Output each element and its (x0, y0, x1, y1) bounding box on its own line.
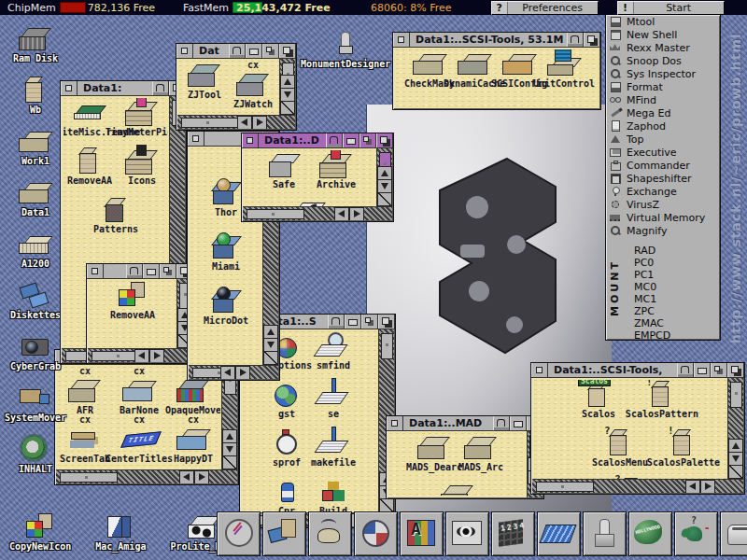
scroll-left-arrow[interactable] (237, 116, 252, 129)
lock-gadget[interactable] (326, 133, 343, 147)
scroll-right-arrow[interactable] (149, 349, 164, 362)
icon-archive[interactable]: Archive (310, 150, 362, 199)
icon-safe[interactable]: Safe (258, 150, 310, 199)
menu-item-magnify[interactable]: Magnify (606, 224, 720, 237)
zoom-gadget[interactable] (711, 363, 727, 377)
menu-item-shapeshifter[interactable]: Shapeshifter (606, 172, 720, 185)
desktop-icon-data1[interactable]: Data1 (7, 178, 63, 217)
icon-sprof[interactable]: sprof (263, 428, 310, 477)
resize-gadget[interactable] (280, 101, 295, 115)
desktop-icon-wb[interactable]: Wb (7, 76, 63, 115)
icon-unitcontrol[interactable]: UnitControl (542, 49, 586, 98)
menu-item-mfind[interactable]: MFind (606, 93, 720, 106)
close-gadget[interactable] (531, 363, 548, 377)
iconify-gadget[interactable] (345, 315, 361, 329)
desktop-icon-cybergrab[interactable]: CyberGrab (7, 332, 63, 371)
scroll-up-arrow[interactable] (377, 166, 392, 180)
icon-checkmask[interactable]: CheckMask (407, 49, 452, 98)
icon-build[interactable]: Build (310, 477, 357, 512)
dock-hollywood-button[interactable]: HOLLYWOOD (628, 511, 672, 556)
hscroll-knob[interactable] (536, 482, 594, 492)
icon-barnone[interactable]: cxBarNone (112, 367, 166, 415)
icon-zjwatch[interactable]: cxZJWatch (229, 61, 277, 109)
dock-mouse-button[interactable] (308, 511, 352, 556)
lock-gadget[interactable] (677, 363, 694, 377)
scroll-up-arrow[interactable] (728, 439, 743, 453)
mount-item-zpc[interactable]: ZPC (623, 305, 720, 317)
resize-gadget[interactable] (263, 351, 278, 365)
icon-happydt[interactable]: cxHappyDT (166, 415, 220, 464)
scroll-up-arrow[interactable] (222, 429, 237, 443)
dock-clock-button[interactable] (217, 511, 261, 556)
mount-item-zmac[interactable]: ZMAC (623, 317, 720, 329)
scroll-right-arrow[interactable] (235, 366, 250, 379)
mount-item-mc1[interactable]: MC1 (623, 293, 720, 305)
titlebar[interactable]: Data1:..SCSI-Tools, (531, 363, 744, 378)
zoom-gadget[interactable] (361, 315, 378, 329)
desktop-icon-mac-amiga[interactable]: Mac_Amiga (95, 512, 146, 552)
icon-se[interactable]: se (310, 380, 357, 428)
resize-gadget[interactable] (728, 465, 743, 479)
menu-item-rexx-master[interactable]: Rexx Master (606, 41, 720, 54)
menu-item-snoop-dos[interactable]: Snoop Dos (606, 54, 720, 67)
lock-gadget[interactable] (152, 81, 169, 95)
scroll-down-arrow[interactable] (280, 88, 295, 102)
mount-item-pc1[interactable]: PC1 (623, 269, 720, 281)
resize-gadget[interactable] (379, 498, 394, 512)
desktop-icon-diskettes[interactable]: Diskettes (7, 281, 63, 320)
scroll-down-arrow[interactable] (263, 338, 278, 352)
desktop-icon-copynewicon[interactable]: CopyNewIcon (9, 512, 71, 552)
scroll-up-arrow[interactable] (280, 75, 295, 89)
icon-prolitemisc-readme[interactable]: ProLiteMisc.readme (63, 98, 116, 147)
lock-gadget[interactable] (567, 33, 584, 47)
menu-item-top[interactable]: Top (606, 133, 720, 146)
titlebar[interactable]: Data1: (61, 81, 186, 96)
lock-gadget[interactable] (328, 315, 345, 329)
horizontal-scrollbar[interactable] (243, 206, 392, 220)
menu-item-new-shell[interactable]: New Shell (606, 28, 720, 41)
hscroll-knob[interactable] (60, 472, 118, 483)
icon-centertitles[interactable]: cxTITLECenterTitles (112, 415, 166, 464)
icon-zjtool[interactable]: ZJTool (180, 61, 229, 109)
depth-gadget[interactable] (279, 44, 296, 58)
scroll-left-arrow[interactable] (685, 480, 700, 493)
menu-item-exchange[interactable]: Exchange (606, 185, 720, 198)
scroll-up-arrow[interactable] (263, 325, 278, 339)
desktop-icon-systemmover[interactable]: SystemMover (7, 384, 63, 423)
scroll-down-arrow[interactable] (728, 452, 743, 466)
icon-afr[interactable]: cxAFR (58, 367, 112, 415)
icon-mads-arc[interactable]: MADS_Arc (458, 433, 504, 482)
zoom-gadget[interactable] (160, 264, 176, 278)
dock-fonts-button[interactable]: A (400, 511, 444, 556)
icon-scalos[interactable]: ScalosScalos (567, 380, 630, 428)
horizontal-scrollbar[interactable] (88, 348, 192, 362)
menu-item-executive[interactable]: Executive (606, 146, 720, 159)
close-gadget[interactable] (87, 264, 104, 278)
titlebar[interactable]: Dat (176, 44, 296, 59)
icon-makefile[interactable]: makefile (310, 428, 357, 477)
iconify-gadget[interactable] (246, 44, 262, 58)
titlebar[interactable]: Data1:..SCSI-Tools, 53.1M f (393, 33, 600, 48)
close-gadget[interactable] (393, 33, 410, 47)
icon-mads-main[interactable]: MADS_Main (434, 482, 481, 496)
icon-gst[interactable]: gst (263, 380, 310, 428)
scroll-left-arrow[interactable] (179, 470, 194, 483)
menu-item-mega-ed[interactable]: Mega Ed (606, 106, 720, 119)
icon-miami[interactable]: Miami (200, 232, 252, 281)
icon-dynamicache[interactable]: DynamiCache (452, 49, 497, 98)
vertical-scrollbar[interactable] (376, 148, 392, 206)
icon-removeaa[interactable]: RemoveAA (63, 147, 116, 195)
iconify-gadget[interactable] (343, 133, 359, 147)
icon-tinymeterpics[interactable]: TinyMeterPics (116, 98, 168, 147)
iconify-gadget[interactable] (143, 264, 160, 278)
dock-toaster-button[interactable] (720, 511, 747, 556)
icon-removeaa[interactable]: RemoveAA (106, 281, 159, 329)
menu-item-commander[interactable]: Commander (606, 159, 720, 172)
menu-item-mtool[interactable]: Mtool (606, 15, 720, 28)
close-gadget[interactable] (61, 81, 78, 95)
desktop-icon-ram-disk[interactable]: Ram Disk (7, 24, 63, 63)
vertical-scrollbar[interactable] (279, 59, 295, 115)
menu-item-sys-inspector[interactable]: Sys Inspector (606, 67, 720, 80)
scroll-left-arrow[interactable] (334, 207, 349, 220)
close-gadget[interactable] (387, 416, 403, 430)
